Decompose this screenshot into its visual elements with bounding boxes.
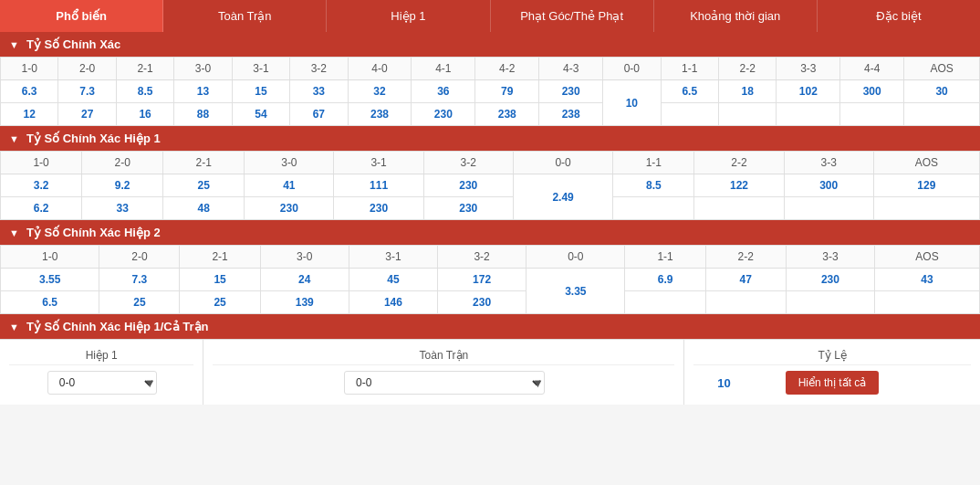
col-header: 3-2 [290,58,348,80]
section-ty-so-hiep1-ca-tran: ▼ Tỷ Số Chính Xác Hiệp 1/Cả Trận Hiệp 1 … [0,314,980,405]
tab-phat-goc[interactable]: Phạt Góc/Thẻ Phạt [491,0,654,32]
col-header: 4-3 [539,58,603,80]
col-header: 2-2 [718,58,776,80]
section-title-3: Tỷ Số Chính Xác Hiệp 2 [26,226,161,239]
col-header: 4-2 [475,58,539,80]
section-ty-so-hiep2: ▼ Tỷ Số Chính Xác Hiệp 2 1-0 2-0 2-1 3-0… [0,220,980,314]
section-header-1[interactable]: ▼ Tỷ Số Chính Xác [0,32,980,57]
col-header: 2-1 [116,58,173,80]
tab-toan-tran[interactable]: Toàn Trận [163,0,327,32]
col-toan-tran-label: Toàn Trận [213,344,674,365]
col-header: 3-2 [423,152,513,174]
table-row: 6.5 25 25 139 146 230 [1,291,980,314]
col-toan-tran: Toàn Trận 0-0 ▼ [203,340,684,405]
col-header: 1-1 [661,58,718,80]
col-header: 1-1 [625,246,705,269]
show-all-button[interactable]: Hiển thị tất cả [786,371,880,395]
ty-le-value: 10 [717,376,730,390]
col-header: AOS [873,152,979,174]
section-ty-so-hiep1: ▼ Tỷ Số Chính Xác Hiệp 1 1-0 2-0 2-1 3-0… [0,126,980,220]
toan-tran-select[interactable]: 0-0 [344,371,545,395]
col-header: 2-0 [99,246,180,269]
section-header-3[interactable]: ▼ Tỷ Số Chính Xác Hiệp 2 [0,220,980,245]
table-ty-so-hiep2: 1-0 2-0 2-1 3-0 3-1 3-2 0-0 1-1 2-2 3-3 … [0,245,980,314]
table-ty-so-hiep1: 1-0 2-0 2-1 3-0 3-1 3-2 0-0 1-1 2-2 3-3 … [0,151,980,220]
chevron-icon-1: ▼ [9,39,19,50]
col-header: 4-4 [840,58,904,80]
tab-dac-biet[interactable]: Đặc biệt [818,0,980,32]
col-header: 1-0 [1,246,99,269]
col-header: AOS [904,58,980,80]
col-ty-le-label: Tỷ Lệ [693,344,971,365]
section-header-2[interactable]: ▼ Tỷ Số Chính Xác Hiệp 1 [0,126,980,151]
bottom-sections-row: Hiệp 1 0-0 ▼ Toàn Trận 0-0 ▼ Tỷ Lệ 10 Hi… [0,339,980,405]
table-row: 3.2 9.2 25 41 111 230 2.49 8.5 122 300 1… [1,174,980,197]
col-header: 2-2 [694,152,784,174]
tab-hiep-1[interactable]: Hiệp 1 [327,0,490,32]
col-header: 0-0 [603,58,661,80]
col-header: 4-0 [348,58,412,80]
col-ty-le: Tỷ Lệ 10 Hiển thị tất cả ▼ [684,340,980,405]
tab-khoang-thoi-gian[interactable]: Khoảng thời gian [654,0,818,32]
col-header: 1-1 [613,152,694,174]
col-header: 4-1 [412,58,475,80]
chevron-icon-4: ▼ [9,322,19,332]
col-header: 1-0 [1,58,58,80]
hiep1-select[interactable]: 0-0 [47,371,157,395]
tab-pho-bien[interactable]: Phổ biến [0,0,163,32]
chevron-icon-3: ▼ [9,227,19,238]
section-ty-so-chinh-xac: ▼ Tỷ Số Chính Xác 1-0 2-0 2-1 3-0 3-1 3-… [0,32,980,126]
section-title-4: Tỷ Số Chính Xác Hiệp 1/Cả Trận [26,320,209,333]
col-header: AOS [875,246,980,269]
col-header: 3-1 [334,152,423,174]
col-hiep1: Hiệp 1 0-0 ▼ [0,340,203,405]
table-row: 3.55 7.3 15 24 45 172 3.35 6.9 47 230 43 [1,269,980,291]
col-header: 3-0 [245,152,334,174]
col-header: 2-2 [705,246,786,269]
col-header: 0-0 [513,152,612,174]
col-header: 3-3 [784,152,873,174]
table-ty-so-chinh-xac: 1-0 2-0 2-1 3-0 3-1 3-2 4-0 4-1 4-2 4-3 … [0,57,980,126]
col-header: 3-1 [349,246,437,269]
col-header: 3-0 [174,58,232,80]
table-row: 12 27 16 88 54 67 238 230 238 238 [1,103,980,126]
table-row: 6.3 7.3 8.5 13 15 33 32 36 79 230 10 6.5… [1,80,980,103]
col-header: 1-0 [1,152,82,174]
section-header-4[interactable]: ▼ Tỷ Số Chính Xác Hiệp 1/Cả Trận [0,314,980,339]
col-hiep1-label: Hiệp 1 [9,344,193,365]
section-title-1: Tỷ Số Chính Xác [26,37,120,51]
col-header: 2-1 [163,152,245,174]
col-header: 3-0 [260,246,349,269]
chevron-icon-2: ▼ [9,133,19,144]
col-header: 2-1 [180,246,260,269]
chevron-down-icon-3: ▼ [935,376,947,390]
col-header: 3-1 [232,58,289,80]
col-header: 3-3 [786,246,874,269]
tabs-bar: Phổ biến Toàn Trận Hiệp 1 Phạt Góc/Thẻ P… [0,0,980,32]
col-header: 0-0 [526,246,625,269]
section-title-2: Tỷ Số Chính Xác Hiệp 1 [26,132,161,145]
col-header: 3-2 [438,246,526,269]
col-header: 3-3 [777,58,840,80]
col-header: 2-0 [82,152,163,174]
table-row: 6.2 33 48 230 230 230 [1,197,980,220]
col-header: 2-0 [58,58,116,80]
